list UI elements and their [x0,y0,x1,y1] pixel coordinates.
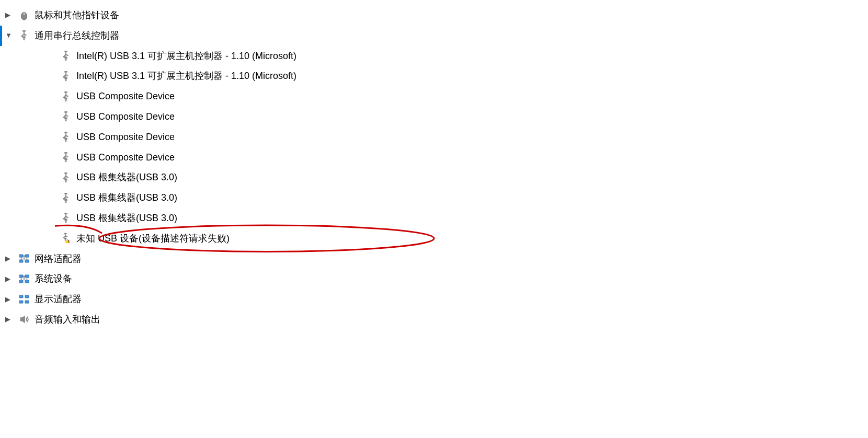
tree-item-intel-usb-31-2[interactable]: Intel(R) USB 3.1 可扩展主机控制器 - 1.10 (Micros… [0,66,868,86]
svg-rect-27 [64,91,67,93]
chevron-usb-controller-group[interactable]: ▼ [5,30,15,41]
svg-rect-75 [64,213,67,214]
svg-rect-104 [19,280,23,283]
svg-rect-82 [65,221,67,223]
tree-item-usb-root-hub-1[interactable]: USB 根集线器(USB 3.0) [0,167,868,188]
icon-usb-warning [59,231,73,246]
tree-item-usb-composite-1[interactable]: USB Composite Device [0,86,868,107]
svg-rect-90 [65,240,66,241]
label-usb-controller-group: 通用串行总线控制器 [35,28,119,43]
chevron-display-adapters[interactable]: ▶ [5,294,15,305]
label-intel-usb-31-2: Intel(R) USB 3.1 可扩展主机控制器 - 1.10 (Micros… [76,68,296,84]
svg-rect-96 [19,260,23,263]
svg-rect-59 [64,172,67,174]
label-usb-composite-3: USB Composite Device [76,130,175,145]
tree-item-audio-io[interactable]: ▶ 音频输入和输出 [0,309,868,330]
svg-rect-83 [64,233,67,234]
selection-bar [0,26,2,46]
chevron-network-adapters[interactable]: ▶ [5,253,15,264]
svg-rect-97 [25,260,29,263]
chevron-usb-composite-3[interactable] [47,132,56,142]
svg-rect-32 [67,96,68,97]
svg-rect-17 [64,57,67,59]
svg-rect-3 [22,30,26,32]
chevron-system-devices[interactable]: ▶ [5,274,15,284]
svg-rect-81 [64,219,67,221]
svg-rect-25 [64,77,67,79]
chevron-usb-composite-2[interactable] [47,111,56,122]
icon-usb [59,109,73,124]
svg-rect-11 [64,51,67,52]
svg-rect-103 [25,275,29,278]
icon-usb [59,211,73,225]
label-system-devices: 系统设备 [35,271,72,286]
icon-usb [59,89,73,104]
svg-rect-42 [65,120,67,122]
svg-rect-48 [67,136,68,137]
chevron-usb-composite-4[interactable] [47,152,56,163]
chevron-unknown-usb[interactable] [47,233,56,244]
svg-rect-88 [66,236,67,237]
icon-usb [59,150,73,165]
label-usb-root-hub-3: USB 根集线器(USB 3.0) [76,211,177,226]
svg-rect-105 [25,280,29,283]
svg-rect-73 [64,199,67,201]
label-usb-composite-1: USB Composite Device [76,89,175,104]
tree-item-usb-composite-2[interactable]: USB Composite Device [0,107,868,127]
svg-rect-113 [25,300,29,303]
icon-usb-hub [17,28,31,43]
tree-item-network-adapters[interactable]: ▶ 网络适配器 [0,249,868,269]
svg-rect-51 [64,152,67,154]
svg-rect-18 [65,59,67,61]
tree-item-intel-usb-31-1[interactable]: Intel(R) USB 3.1 可扩展主机控制器 - 1.10 (Micros… [0,46,868,66]
tree-item-usb-controller-group[interactable]: ▼ 通用串行总线控制器 [0,26,868,46]
label-audio-io: 音频输入和输出 [35,312,100,327]
svg-rect-93 [68,243,70,243]
tree-item-display-adapters[interactable]: ▶ 显示适配器 [0,289,868,309]
icon-usb [59,170,73,185]
label-usb-composite-2: USB Composite Device [76,109,175,124]
svg-rect-9 [22,37,26,39]
chevron-intel-usb-31-1[interactable] [47,51,56,61]
svg-rect-92 [68,240,70,242]
icon-usb [59,49,73,63]
label-display-adapters: 显示适配器 [35,292,82,307]
svg-rect-10 [24,39,25,41]
svg-rect-74 [65,201,67,203]
tree-item-mouse-devices[interactable]: ▶ 鼠标和其他指针设备 [0,5,868,26]
icon-usb [59,69,73,84]
svg-rect-34 [65,99,67,101]
chevron-usb-root-hub-3[interactable] [47,213,56,223]
svg-rect-112 [19,300,23,303]
chevron-mouse-devices[interactable]: ▶ [5,10,15,20]
label-intel-usb-31-1: Intel(R) USB 3.1 可扩展主机控制器 - 1.10 (Micros… [76,49,296,64]
svg-rect-50 [65,140,67,142]
device-manager-tree: ▶ 鼠标和其他指针设备▼ 通用串行总线控制器 Intel(R) USB 3.1 … [0,0,868,335]
chevron-usb-root-hub-1[interactable] [47,172,56,183]
tree-item-usb-composite-3[interactable]: USB Composite Device [0,127,868,147]
icon-audio [17,312,31,327]
svg-rect-80 [67,217,68,218]
svg-rect-111 [25,295,29,298]
tree-item-usb-root-hub-3[interactable]: USB 根集线器(USB 3.0) [0,208,868,228]
svg-rect-19 [64,71,67,73]
chevron-usb-root-hub-2[interactable] [47,193,56,203]
icon-network [17,251,31,266]
tree-item-unknown-usb[interactable]: 未知 USB 设备(设备描述符请求失败) [0,228,868,249]
icon-system [17,272,31,286]
svg-rect-56 [67,156,68,157]
chevron-usb-composite-1[interactable] [47,91,56,102]
chevron-intel-usb-31-2[interactable] [47,71,56,82]
tree-item-usb-composite-4[interactable]: USB Composite Device [0,147,868,168]
svg-rect-89 [64,238,67,239]
icon-usb [59,130,73,144]
tree-item-usb-root-hub-2[interactable]: USB 根集线器(USB 3.0) [0,188,868,208]
tree-item-system-devices[interactable]: ▶ 系统设备 [0,269,868,289]
chevron-audio-io[interactable]: ▶ [5,314,15,325]
svg-rect-43 [64,132,67,133]
svg-rect-35 [64,111,67,113]
svg-marker-114 [20,316,25,324]
svg-rect-41 [64,118,67,120]
svg-rect-72 [67,197,68,198]
svg-rect-16 [67,55,68,56]
